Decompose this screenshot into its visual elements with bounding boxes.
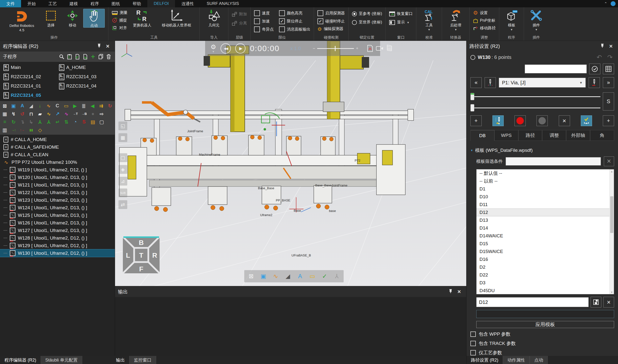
clear-filter-button[interactable]: ✕ <box>604 156 614 166</box>
play-icon[interactable]: ▶ <box>72 103 78 109</box>
via-points-icon[interactable]: ∿ <box>45 103 52 109</box>
assign-icon[interactable]: ≡ <box>1 118 8 125</box>
last-point-button[interactable]: » <box>603 77 614 88</box>
template-item-D16[interactable]: D16 <box>477 255 609 263</box>
pin-icon[interactable] <box>446 289 455 295</box>
menu-item-建模[interactable]: 建模 <box>63 0 84 7</box>
next-point-torch-button[interactable] <box>589 77 600 88</box>
points-mode-icon[interactable]: ∿ <box>271 271 280 281</box>
selection-radio[interactable] <box>470 55 475 60</box>
subprogram-Main[interactable]: MMain <box>2 63 57 72</box>
path-mode-icon[interactable]: ▣ <box>259 271 268 281</box>
table-view-button[interactable] <box>603 64 614 74</box>
settings-button[interactable]: ⚙ 设置 <box>473 10 496 16</box>
slider-thumb[interactable] <box>470 93 474 100</box>
template-item-D1[interactable]: D1 <box>477 185 609 193</box>
menu-item-工艺[interactable]: 工艺 <box>42 0 63 7</box>
stop-icon[interactable]: S <box>81 118 87 125</box>
limit-checkbox-消息面板输出[interactable]: 消息面板输出 <box>279 26 310 32</box>
limit-checkbox-加速[interactable]: 加速 <box>254 18 274 24</box>
scroll-up-icon[interactable]: ▲ <box>610 169 614 173</box>
route-icon[interactable]: ↯ <box>10 110 17 117</box>
copy-icon[interactable] <box>98 53 104 60</box>
text-label-icon[interactable]: A <box>19 103 26 109</box>
save-template-button[interactable] <box>591 297 601 308</box>
restore-window-button[interactable]: 恢复窗口 <box>389 11 413 16</box>
delete-icon[interactable] <box>106 53 112 60</box>
verify-points-button[interactable] <box>581 115 592 126</box>
template-item--- 默认值 --[interactable]: -- 默认值 -- <box>477 169 609 177</box>
curve-icon[interactable]: ◢ <box>28 103 35 109</box>
add-point-after-button[interactable]: + <box>603 115 614 126</box>
attach-button[interactable]: 附加 <box>232 12 247 17</box>
wait-icon[interactable]: ◔ <box>72 118 79 125</box>
collapse-ribbon-icon[interactable]: ⌃ <box>604 1 607 6</box>
jog-button[interactable]: 点动 <box>83 9 105 28</box>
torch-to-point-button[interactable] <box>493 115 504 126</box>
account-icon[interactable] <box>611 1 616 6</box>
template-item-D11[interactable]: D11 <box>477 201 609 208</box>
close-icon[interactable]: × <box>455 288 463 295</box>
tab-路径[interactable]: 路径 <box>518 130 542 141</box>
subprogram-R2ZC3214_01[interactable]: SR2ZC3214_01 <box>2 82 57 90</box>
edit-detector-button[interactable]: ⚙编辑探测器 <box>317 26 345 32</box>
option-包含 WPP 参数[interactable]: 包含 WPP 参数 <box>470 331 614 337</box>
statement-row[interactable]: ⟍W119 [ Utool1, Uframe2, D12, () ] <box>0 166 115 174</box>
slider-thumb[interactable] <box>470 104 474 111</box>
template-item-D15WAICE[interactable]: D15WAICE <box>477 248 609 255</box>
chart-mode-icon[interactable]: ◢ <box>283 271 293 281</box>
limit-checkbox-奇异点[interactable]: 奇异点 <box>254 26 274 32</box>
measure-button[interactable]: 测量 <box>112 10 127 15</box>
circular-icon[interactable]: C <box>54 103 61 109</box>
plus-icon[interactable]: + <box>356 46 358 51</box>
scroll-down-icon[interactable]: ▼ <box>610 290 614 294</box>
undo-icon[interactable]: ↶ <box>595 53 603 61</box>
close-icon[interactable]: × <box>104 43 112 50</box>
record-button[interactable] <box>514 115 526 126</box>
weld-select-icon[interactable]: ⊠ <box>1 103 8 109</box>
statement-row[interactable]: ⟍W120 [ Utool1, Uframe2, D13, () ] <box>0 174 115 181</box>
template-item-D12[interactable]: D12 <box>477 208 609 216</box>
align-button[interactable]: 对齐 <box>112 25 127 31</box>
clipboard-icon[interactable]: ▤ <box>90 118 96 125</box>
pnp-button[interactable]: PnP坐标 <box>473 18 496 23</box>
template-item-D22[interactable]: D22 <box>477 271 609 279</box>
arrow-ne-icon[interactable]: ↗ <box>54 110 61 117</box>
prev-point-torch-button[interactable] <box>485 77 496 88</box>
move-button[interactable]: 移动 <box>62 9 83 27</box>
pin-icon[interactable] <box>598 43 607 49</box>
export-3d-icon[interactable]: ◇ <box>37 127 43 133</box>
lock-radio-至世界 (坐标)[interactable]: 至世界 (坐标) <box>352 20 382 25</box>
option-仅工艺参数[interactable]: 仅工艺参数 <box>470 350 614 356</box>
section-icon[interactable]: ⊿ <box>118 177 127 185</box>
video-record-icon[interactable] <box>376 46 383 51</box>
path-up-icon[interactable]: ∿ <box>45 110 52 117</box>
s-button[interactable]: S <box>603 92 614 110</box>
template-item-D2[interactable]: D2 <box>477 263 609 271</box>
to-base-icon[interactable]: →B <box>81 110 87 117</box>
search-icon[interactable] <box>58 53 65 60</box>
statement-row[interactable]: ⟍W126 [ Utool1, Uframe2, D13, () ] <box>0 219 115 227</box>
menu-item-开始[interactable]: 开始 <box>21 0 42 7</box>
return-icon[interactable]: ↵ <box>54 118 61 125</box>
statement-row[interactable]: ≡# CALL A_HOME <box>0 136 115 143</box>
plugin-button[interactable]: 插件▼ <box>527 9 545 32</box>
first-point-button[interactable]: « <box>470 77 482 88</box>
template-item-D13[interactable]: D13 <box>477 216 609 224</box>
rotate-icon[interactable]: ↺ <box>19 110 26 117</box>
statement-row[interactable]: ⟍W121 [ Utool1, Uframe2, D13, () ] <box>0 181 115 189</box>
detach-button[interactable]: 分离 <box>232 21 247 26</box>
statement-row[interactable]: ≡# CALL A_CLEAN <box>0 151 115 158</box>
to-tool-icon[interactable]: →T <box>72 110 79 117</box>
statement-row[interactable]: ⟍W127 [ Utool1, Uframe2, D13, () ] <box>0 227 115 234</box>
import-program-icon[interactable] <box>74 53 81 60</box>
point-name-input[interactable] <box>525 65 587 73</box>
tab-WPS[interactable]: WPS <box>494 130 518 141</box>
tab-外部轴[interactable]: 外部轴 <box>566 130 590 141</box>
fit-view-icon[interactable]: ◱ <box>118 121 127 130</box>
square-wave-icon[interactable]: ⊓ <box>28 110 35 117</box>
pdf-export-icon[interactable] <box>367 45 373 52</box>
path-swap-icon[interactable]: ▣ <box>10 103 17 109</box>
close-icon[interactable]: × <box>607 43 615 50</box>
select-button[interactable]: 选择 <box>40 9 62 27</box>
